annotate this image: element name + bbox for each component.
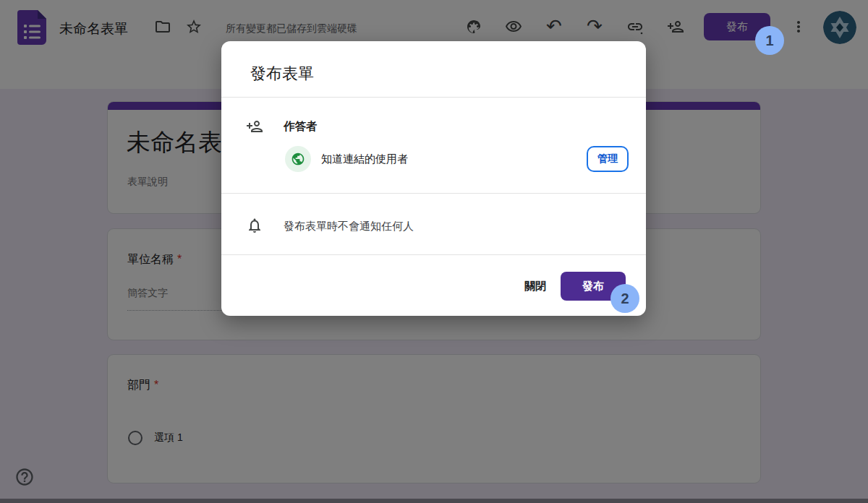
divider [221, 193, 646, 194]
notify-info-text: 發布表單時不會通知任何人 [284, 220, 414, 233]
manage-button[interactable]: 管理 [587, 146, 629, 172]
responders-person-add-icon [246, 118, 263, 135]
notification-bell-icon [246, 217, 263, 234]
divider [221, 254, 646, 255]
divider [221, 97, 646, 98]
dialog-title: 發布表單 [250, 63, 314, 85]
google-forms-editor: 未命名表單 所有變更都已儲存到雲端硬碟 ↶ ↷ 發布 [0, 0, 868, 503]
responders-heading: 作答者 [284, 119, 318, 134]
anyone-with-link-globe-icon [285, 146, 311, 172]
responders-access-value: 知道連結的使用者 [321, 152, 408, 166]
close-button[interactable]: 關閉 [513, 278, 558, 295]
publish-form-dialog: 發布表單 作答者 知道連結的使用者 管理 發布表單時不會通知任何人 關閉 發布 [221, 41, 646, 316]
step-badge-2: 2 [610, 284, 639, 313]
step-badge-1: 1 [755, 26, 784, 55]
